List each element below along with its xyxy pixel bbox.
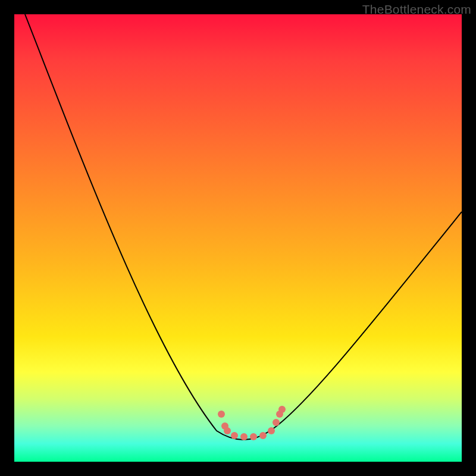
- curve-marker: [250, 433, 257, 440]
- curve-marker: [218, 411, 225, 418]
- curve-marker: [273, 419, 280, 426]
- curve-marker: [240, 433, 248, 440]
- bottleneck-curve-path: [25, 14, 462, 440]
- curve-svg: [14, 14, 462, 462]
- curve-marker: [224, 427, 231, 434]
- curve-marker: [259, 432, 267, 439]
- plot-gradient-area: [14, 14, 462, 462]
- curve-marker: [278, 406, 286, 413]
- chart-frame: TheBottleneck.com: [0, 0, 476, 476]
- curve-marker: [231, 432, 238, 439]
- curve-marker: [268, 427, 275, 434]
- marker-group: [218, 406, 286, 440]
